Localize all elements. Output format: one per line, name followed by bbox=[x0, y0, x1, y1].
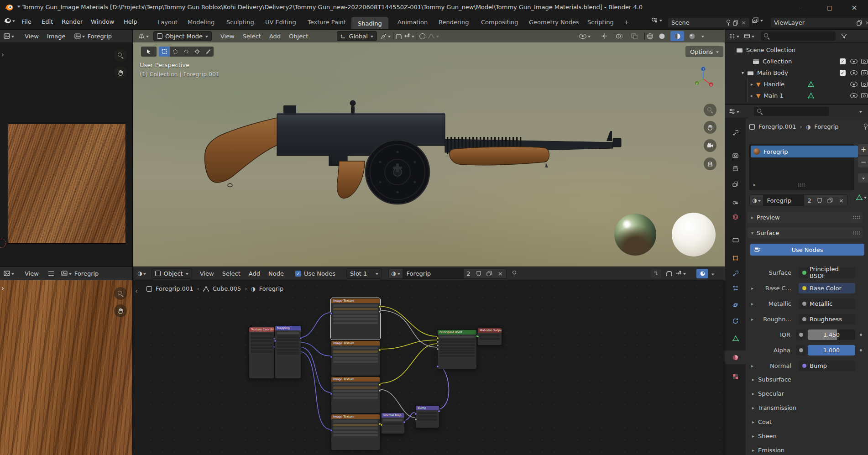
socket-normal-in[interactable] bbox=[436, 365, 439, 368]
zoom-button[interactable] bbox=[704, 104, 716, 116]
pin-icon[interactable] bbox=[512, 271, 516, 277]
camera-restrict-icon[interactable] bbox=[861, 82, 868, 87]
socket-color-out[interactable] bbox=[378, 383, 381, 386]
tab-animation[interactable]: Animation bbox=[393, 19, 432, 26]
socket-in[interactable] bbox=[274, 340, 277, 342]
resize-grip-icon[interactable] bbox=[798, 183, 805, 187]
snap-toggle-icon[interactable] bbox=[666, 271, 672, 276]
socket-color-out[interactable] bbox=[378, 349, 381, 351]
fake-user-button[interactable] bbox=[474, 269, 484, 278]
row-label[interactable]: Collection bbox=[763, 58, 792, 65]
animate-dot-icon[interactable] bbox=[860, 349, 862, 351]
zoom-button[interactable] bbox=[114, 287, 127, 300]
shader-type-selector[interactable]: Object bbox=[152, 268, 192, 279]
material-name-field[interactable]: Foregrip bbox=[763, 195, 804, 206]
shader-node-editor[interactable]: Texture Coordinate Mapping Image Texture… bbox=[133, 267, 725, 455]
image-browse-button[interactable] bbox=[74, 33, 85, 39]
drag-grip-icon[interactable] bbox=[852, 215, 860, 220]
checkbox-icon[interactable]: ✓ bbox=[840, 70, 846, 76]
eye-icon[interactable] bbox=[850, 70, 858, 75]
node-image-texture-2[interactable]: Image Texture bbox=[331, 340, 380, 376]
scene-type-button[interactable] bbox=[651, 17, 662, 23]
proportional-editing-icon[interactable] bbox=[419, 33, 425, 39]
tab-render[interactable] bbox=[725, 148, 746, 162]
menu-help[interactable]: Help bbox=[120, 18, 141, 25]
editor-type-button[interactable] bbox=[4, 33, 14, 39]
eye-icon[interactable] bbox=[850, 82, 858, 87]
pan-button[interactable] bbox=[114, 66, 127, 79]
tab-shading-active[interactable]: Shading bbox=[351, 17, 388, 30]
expand-arrow-icon[interactable]: ▸ bbox=[753, 182, 756, 187]
tab-constraints[interactable] bbox=[725, 314, 746, 328]
outliner[interactable]: Scene Collection Collection ✓ ▾ Main Bod… bbox=[725, 30, 868, 105]
minimize-button[interactable]: — bbox=[794, 0, 814, 15]
tab-data[interactable] bbox=[725, 331, 746, 345]
properties-search-input[interactable] bbox=[754, 107, 829, 116]
subpanel-sheen[interactable]: ▸ Sheen bbox=[748, 430, 863, 441]
shading-rendered-button[interactable] bbox=[689, 33, 695, 40]
material-name-field[interactable]: Foregrip bbox=[403, 269, 464, 278]
menu-view[interactable]: View bbox=[216, 33, 239, 40]
socket-alpha-out[interactable] bbox=[378, 389, 381, 392]
metallic-link-value[interactable]: Metallic bbox=[799, 298, 855, 309]
display-mode-button[interactable] bbox=[729, 33, 739, 39]
cursor-tool[interactable] bbox=[192, 47, 203, 57]
animate-dot-icon[interactable] bbox=[860, 334, 862, 336]
slot-specials-button[interactable] bbox=[858, 173, 868, 183]
material-browse-button[interactable]: ◑ bbox=[750, 195, 763, 206]
shading-dropdown-icon[interactable] bbox=[701, 36, 704, 39]
navigation-gizmo[interactable]: z x y bbox=[692, 65, 714, 89]
socket-box[interactable] bbox=[796, 345, 806, 356]
viewport-3d[interactable]: Object Mode View Select Add Object Globa… bbox=[133, 30, 725, 267]
unlink-material-button[interactable]: × bbox=[836, 195, 847, 206]
tab-modifiers[interactable] bbox=[725, 267, 746, 280]
outliner-row-main-1[interactable]: ▸ ▼ Main 1 bbox=[725, 90, 868, 101]
subpanel-subsurface[interactable]: ▸ Subsurface bbox=[748, 374, 863, 385]
row-label[interactable]: Main 1 bbox=[763, 92, 783, 99]
zoom-button[interactable] bbox=[114, 49, 127, 62]
tab-texture[interactable] bbox=[725, 370, 746, 383]
tab-world[interactable] bbox=[725, 210, 746, 224]
material-slot-selected[interactable]: Foregrip bbox=[751, 146, 858, 157]
snap-settings-button[interactable] bbox=[675, 271, 686, 276]
socket-roughness-in[interactable] bbox=[436, 344, 439, 347]
row-label[interactable]: Handle bbox=[763, 81, 784, 88]
collapsed-menus-icon[interactable] bbox=[48, 271, 54, 276]
sidebar-collapse-chevron[interactable]: ‹ bbox=[135, 288, 138, 295]
proportional-falloff-button[interactable] bbox=[428, 33, 439, 39]
visibility-dropdown[interactable] bbox=[579, 34, 591, 39]
editor-type-button[interactable] bbox=[729, 109, 739, 114]
snap-toggle-icon[interactable] bbox=[396, 34, 402, 39]
breadcrumb-material[interactable]: Foregrip bbox=[259, 285, 284, 292]
chevron-down-icon[interactable] bbox=[711, 274, 714, 277]
menu-render[interactable]: Render bbox=[58, 18, 87, 25]
properties-editor[interactable]: Foregrip.001 › ◑ Foregrip Foregrip ▸ + − bbox=[725, 105, 868, 455]
camera-view-button[interactable] bbox=[704, 139, 716, 152]
normal-link-value[interactable]: Bump bbox=[799, 361, 855, 371]
image-browse-button[interactable] bbox=[61, 271, 72, 276]
sidebar-expand-chevron[interactable]: › bbox=[1, 52, 4, 58]
shading-solid-button[interactable] bbox=[659, 33, 665, 40]
menu-node[interactable]: Node bbox=[264, 270, 288, 277]
material-browse-button[interactable]: ◑ bbox=[389, 269, 402, 278]
tab-scene[interactable] bbox=[725, 195, 746, 209]
image-editor-top[interactable]: View Image Foregrip › bbox=[0, 30, 133, 267]
options-button[interactable]: Options bbox=[685, 46, 723, 57]
subpanel-coat[interactable]: ▸ Coat bbox=[748, 416, 863, 427]
preview-panel-header[interactable]: ▸ Preview bbox=[748, 212, 863, 223]
socket-color-out[interactable] bbox=[378, 305, 381, 308]
menu-select[interactable]: Select bbox=[239, 33, 265, 40]
menu-add[interactable]: Add bbox=[265, 33, 285, 40]
add-slot-button[interactable]: + bbox=[858, 144, 868, 155]
socket-normal-in[interactable] bbox=[414, 413, 417, 415]
tab-particles[interactable] bbox=[725, 281, 746, 295]
node-image-texture-3[interactable]: Image Texture bbox=[331, 377, 380, 413]
slot-selector[interactable]: Slot 1 bbox=[346, 268, 382, 279]
node-image-texture-4[interactable]: Image Texture bbox=[331, 414, 380, 450]
menu-view[interactable]: View bbox=[21, 33, 43, 40]
unlink-icon[interactable]: × bbox=[741, 19, 746, 26]
sidebar-expand-chevron[interactable]: › bbox=[1, 285, 4, 292]
material-slot-list[interactable]: Foregrip ▸ bbox=[749, 144, 854, 190]
editor-type-button[interactable]: ◑ bbox=[137, 271, 146, 276]
pan-button[interactable] bbox=[114, 304, 127, 317]
